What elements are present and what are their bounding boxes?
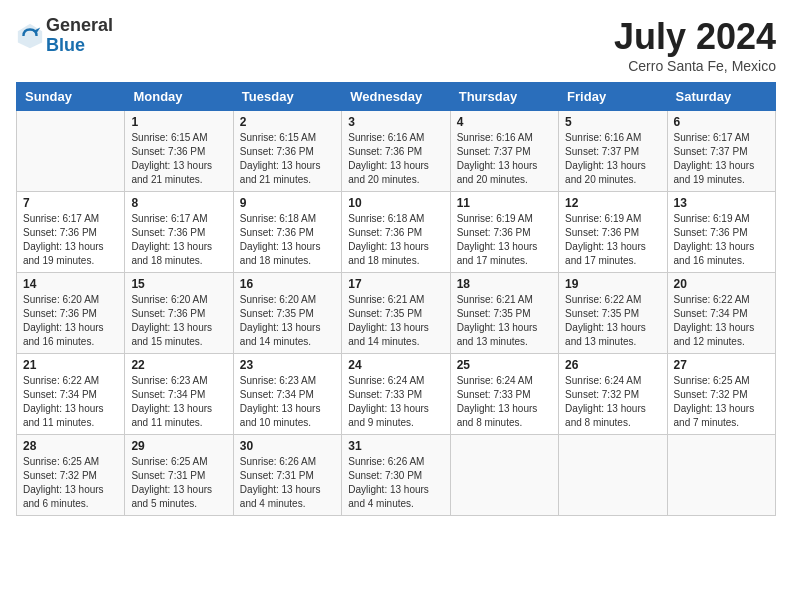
day-number: 3: [348, 115, 443, 129]
calendar-cell: [559, 435, 667, 516]
day-number: 13: [674, 196, 769, 210]
day-number: 16: [240, 277, 335, 291]
logo: General Blue: [16, 16, 113, 56]
day-info: Sunrise: 6:20 AMSunset: 7:35 PMDaylight:…: [240, 293, 335, 349]
day-info: Sunrise: 6:17 AMSunset: 7:36 PMDaylight:…: [23, 212, 118, 268]
day-number: 2: [240, 115, 335, 129]
weekday-header-monday: Monday: [125, 83, 233, 111]
day-number: 31: [348, 439, 443, 453]
calendar-week-row: 21Sunrise: 6:22 AMSunset: 7:34 PMDayligh…: [17, 354, 776, 435]
day-info: Sunrise: 6:15 AMSunset: 7:36 PMDaylight:…: [131, 131, 226, 187]
calendar-cell: 20Sunrise: 6:22 AMSunset: 7:34 PMDayligh…: [667, 273, 775, 354]
day-number: 11: [457, 196, 552, 210]
calendar-cell: 3Sunrise: 6:16 AMSunset: 7:36 PMDaylight…: [342, 111, 450, 192]
day-number: 4: [457, 115, 552, 129]
calendar-cell: [450, 435, 558, 516]
day-number: 22: [131, 358, 226, 372]
calendar-cell: 26Sunrise: 6:24 AMSunset: 7:32 PMDayligh…: [559, 354, 667, 435]
day-number: 23: [240, 358, 335, 372]
calendar-cell: [667, 435, 775, 516]
calendar-cell: 14Sunrise: 6:20 AMSunset: 7:36 PMDayligh…: [17, 273, 125, 354]
calendar-week-row: 14Sunrise: 6:20 AMSunset: 7:36 PMDayligh…: [17, 273, 776, 354]
svg-marker-0: [18, 24, 42, 48]
day-number: 18: [457, 277, 552, 291]
day-info: Sunrise: 6:22 AMSunset: 7:34 PMDaylight:…: [23, 374, 118, 430]
calendar-cell: 30Sunrise: 6:26 AMSunset: 7:31 PMDayligh…: [233, 435, 341, 516]
day-info: Sunrise: 6:16 AMSunset: 7:37 PMDaylight:…: [565, 131, 660, 187]
day-number: 29: [131, 439, 226, 453]
calendar-cell: 8Sunrise: 6:17 AMSunset: 7:36 PMDaylight…: [125, 192, 233, 273]
calendar-cell: 9Sunrise: 6:18 AMSunset: 7:36 PMDaylight…: [233, 192, 341, 273]
day-number: 24: [348, 358, 443, 372]
calendar-cell: 25Sunrise: 6:24 AMSunset: 7:33 PMDayligh…: [450, 354, 558, 435]
day-info: Sunrise: 6:20 AMSunset: 7:36 PMDaylight:…: [131, 293, 226, 349]
day-info: Sunrise: 6:21 AMSunset: 7:35 PMDaylight:…: [457, 293, 552, 349]
day-number: 17: [348, 277, 443, 291]
day-info: Sunrise: 6:21 AMSunset: 7:35 PMDaylight:…: [348, 293, 443, 349]
calendar-week-row: 7Sunrise: 6:17 AMSunset: 7:36 PMDaylight…: [17, 192, 776, 273]
calendar-cell: 1Sunrise: 6:15 AMSunset: 7:36 PMDaylight…: [125, 111, 233, 192]
day-number: 7: [23, 196, 118, 210]
calendar-cell: 6Sunrise: 6:17 AMSunset: 7:37 PMDaylight…: [667, 111, 775, 192]
day-number: 19: [565, 277, 660, 291]
day-number: 1: [131, 115, 226, 129]
day-info: Sunrise: 6:25 AMSunset: 7:32 PMDaylight:…: [674, 374, 769, 430]
weekday-header-sunday: Sunday: [17, 83, 125, 111]
day-info: Sunrise: 6:24 AMSunset: 7:32 PMDaylight:…: [565, 374, 660, 430]
day-info: Sunrise: 6:24 AMSunset: 7:33 PMDaylight:…: [348, 374, 443, 430]
day-info: Sunrise: 6:16 AMSunset: 7:36 PMDaylight:…: [348, 131, 443, 187]
calendar-cell: 22Sunrise: 6:23 AMSunset: 7:34 PMDayligh…: [125, 354, 233, 435]
day-info: Sunrise: 6:18 AMSunset: 7:36 PMDaylight:…: [348, 212, 443, 268]
day-number: 6: [674, 115, 769, 129]
calendar-week-row: 28Sunrise: 6:25 AMSunset: 7:32 PMDayligh…: [17, 435, 776, 516]
calendar-cell: 4Sunrise: 6:16 AMSunset: 7:37 PMDaylight…: [450, 111, 558, 192]
page-header: General Blue July 2024 Cerro Santa Fe, M…: [16, 16, 776, 74]
calendar-cell: 27Sunrise: 6:25 AMSunset: 7:32 PMDayligh…: [667, 354, 775, 435]
calendar-cell: 24Sunrise: 6:24 AMSunset: 7:33 PMDayligh…: [342, 354, 450, 435]
day-number: 30: [240, 439, 335, 453]
weekday-header-friday: Friday: [559, 83, 667, 111]
calendar-cell: 23Sunrise: 6:23 AMSunset: 7:34 PMDayligh…: [233, 354, 341, 435]
weekday-header-thursday: Thursday: [450, 83, 558, 111]
day-info: Sunrise: 6:15 AMSunset: 7:36 PMDaylight:…: [240, 131, 335, 187]
day-info: Sunrise: 6:26 AMSunset: 7:30 PMDaylight:…: [348, 455, 443, 511]
month-title: July 2024: [614, 16, 776, 58]
day-info: Sunrise: 6:23 AMSunset: 7:34 PMDaylight:…: [131, 374, 226, 430]
day-number: 12: [565, 196, 660, 210]
calendar-cell: 29Sunrise: 6:25 AMSunset: 7:31 PMDayligh…: [125, 435, 233, 516]
calendar-header-row: SundayMondayTuesdayWednesdayThursdayFrid…: [17, 83, 776, 111]
calendar-cell: 12Sunrise: 6:19 AMSunset: 7:36 PMDayligh…: [559, 192, 667, 273]
day-number: 21: [23, 358, 118, 372]
calendar-cell: 17Sunrise: 6:21 AMSunset: 7:35 PMDayligh…: [342, 273, 450, 354]
calendar-cell: 10Sunrise: 6:18 AMSunset: 7:36 PMDayligh…: [342, 192, 450, 273]
calendar-cell: 21Sunrise: 6:22 AMSunset: 7:34 PMDayligh…: [17, 354, 125, 435]
day-number: 14: [23, 277, 118, 291]
day-info: Sunrise: 6:26 AMSunset: 7:31 PMDaylight:…: [240, 455, 335, 511]
day-number: 28: [23, 439, 118, 453]
calendar-cell: 7Sunrise: 6:17 AMSunset: 7:36 PMDaylight…: [17, 192, 125, 273]
day-info: Sunrise: 6:17 AMSunset: 7:37 PMDaylight:…: [674, 131, 769, 187]
calendar-cell: 31Sunrise: 6:26 AMSunset: 7:30 PMDayligh…: [342, 435, 450, 516]
calendar-cell: 5Sunrise: 6:16 AMSunset: 7:37 PMDaylight…: [559, 111, 667, 192]
weekday-header-tuesday: Tuesday: [233, 83, 341, 111]
day-number: 9: [240, 196, 335, 210]
calendar-cell: 16Sunrise: 6:20 AMSunset: 7:35 PMDayligh…: [233, 273, 341, 354]
calendar-table: SundayMondayTuesdayWednesdayThursdayFrid…: [16, 82, 776, 516]
title-block: July 2024 Cerro Santa Fe, Mexico: [614, 16, 776, 74]
day-info: Sunrise: 6:22 AMSunset: 7:35 PMDaylight:…: [565, 293, 660, 349]
day-number: 27: [674, 358, 769, 372]
location-subtitle: Cerro Santa Fe, Mexico: [614, 58, 776, 74]
day-number: 5: [565, 115, 660, 129]
weekday-header-wednesday: Wednesday: [342, 83, 450, 111]
day-number: 25: [457, 358, 552, 372]
day-number: 20: [674, 277, 769, 291]
day-number: 26: [565, 358, 660, 372]
calendar-cell: 15Sunrise: 6:20 AMSunset: 7:36 PMDayligh…: [125, 273, 233, 354]
calendar-cell: 11Sunrise: 6:19 AMSunset: 7:36 PMDayligh…: [450, 192, 558, 273]
day-info: Sunrise: 6:19 AMSunset: 7:36 PMDaylight:…: [457, 212, 552, 268]
day-info: Sunrise: 6:23 AMSunset: 7:34 PMDaylight:…: [240, 374, 335, 430]
calendar-cell: 28Sunrise: 6:25 AMSunset: 7:32 PMDayligh…: [17, 435, 125, 516]
calendar-week-row: 1Sunrise: 6:15 AMSunset: 7:36 PMDaylight…: [17, 111, 776, 192]
day-info: Sunrise: 6:20 AMSunset: 7:36 PMDaylight:…: [23, 293, 118, 349]
day-info: Sunrise: 6:17 AMSunset: 7:36 PMDaylight:…: [131, 212, 226, 268]
